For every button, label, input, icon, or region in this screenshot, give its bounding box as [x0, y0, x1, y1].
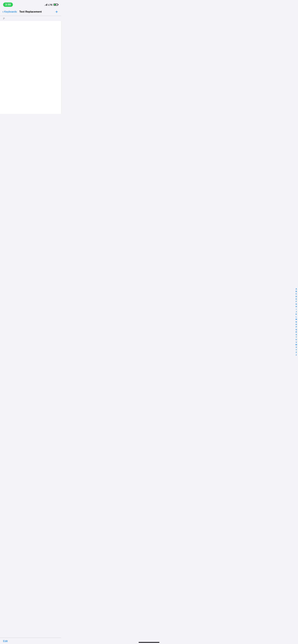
status-time: 3:59 [3, 2, 13, 7]
nav-back[interactable]: ‹ Keyboards [3, 10, 17, 14]
lte-label: LTE [48, 4, 53, 6]
status-bar: 3:59 LTE 48 [0, 0, 61, 8]
section-letter: P [3, 17, 5, 20]
section-header-p: P [0, 16, 61, 21]
nav-bar: ‹ Keyboards Text Replacement + [0, 8, 61, 16]
signal-bar-4 [47, 4, 47, 6]
signal-bars [44, 4, 47, 6]
page-title: Text Replacement [19, 10, 42, 13]
signal-bar-3 [46, 4, 46, 6]
signal-bar-1 [44, 5, 45, 6]
signal-bar-2 [45, 5, 46, 6]
status-right: LTE 48 [44, 4, 58, 6]
add-button[interactable]: + [55, 10, 58, 14]
back-label[interactable]: Keyboards [4, 10, 17, 13]
battery: 48 [54, 4, 58, 6]
content-area [0, 21, 61, 114]
back-chevron-icon: ‹ [3, 10, 4, 14]
battery-icon: 48 [54, 4, 58, 6]
battery-percent: 48 [54, 4, 58, 6]
